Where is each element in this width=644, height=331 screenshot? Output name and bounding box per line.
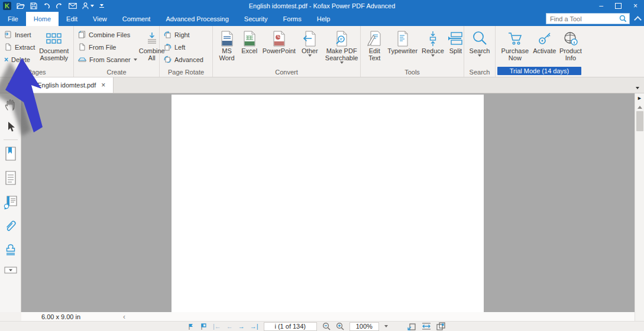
previous-view-icon[interactable]: [187, 323, 195, 330]
minimize-button[interactable]: –: [593, 0, 610, 12]
menu-bar: File Home Edit View Comment Advanced Pro…: [0, 12, 644, 26]
combine-files-button[interactable]: Combine Files: [78, 30, 137, 39]
panel-options-button[interactable]: [4, 267, 17, 274]
product-info-button[interactable]: Product Info: [558, 26, 583, 61]
comments-panel-icon[interactable]: [4, 195, 18, 209]
fit-width-icon[interactable]: [422, 322, 431, 330]
menu-home[interactable]: Home: [26, 12, 59, 26]
maximize-button[interactable]: [610, 0, 627, 12]
panel-expand-icon[interactable]: ►: [637, 93, 642, 103]
toolstrip-divider: [4, 139, 18, 140]
rotate-right-button[interactable]: Right: [164, 30, 203, 39]
globe-info-icon: [563, 30, 578, 47]
menu-comment[interactable]: Comment: [115, 12, 158, 26]
trial-mode-badge: Trial Mode (14 days): [497, 67, 581, 75]
attachments-panel-icon[interactable]: [4, 219, 17, 232]
group-label-page-rotate: Page Rotate: [160, 69, 212, 76]
insert-label: Insert: [15, 31, 31, 38]
document-canvas[interactable]: [21, 93, 635, 312]
powerpoint-label: PowerPoint: [263, 47, 296, 54]
quick-access-toolbar: K: [0, 2, 104, 10]
vertical-scrollbar[interactable]: ►: [635, 93, 644, 322]
zoom-level-box[interactable]: 100%: [349, 322, 379, 331]
menu-advanced-processing[interactable]: Advanced Processing: [158, 12, 236, 26]
document-assembly-button[interactable]: Document Assembly: [37, 26, 71, 61]
next-view-icon[interactable]: [200, 323, 208, 330]
reduce-label: Reduce: [422, 47, 444, 54]
insert-button[interactable]: Insert: [4, 30, 35, 39]
next-page-button[interactable]: →: [238, 323, 245, 330]
open-file-icon[interactable]: [17, 2, 25, 9]
page-size-indicator: 6.00 x 9.00 in: [21, 313, 101, 320]
delete-label: Delete: [11, 56, 30, 63]
collapse-ribbon-icon[interactable]: [635, 15, 640, 22]
customize-qat-icon[interactable]: [99, 4, 104, 8]
tab-list-caret-icon[interactable]: [636, 83, 639, 90]
from-file-button[interactable]: From File: [78, 43, 137, 51]
tab-english-idomtest[interactable]: English idomtest.pdf ×: [29, 77, 114, 93]
undo-icon[interactable]: [43, 3, 50, 9]
caret-down-icon: [478, 54, 481, 57]
rotate-left-button[interactable]: Left: [164, 43, 203, 51]
menu-file[interactable]: File: [0, 12, 26, 26]
scrollbar-thumb[interactable]: [636, 111, 643, 131]
assistant-menu[interactable]: [82, 2, 94, 9]
tab-start[interactable]: Start: [0, 77, 29, 93]
key-icon: [538, 30, 552, 47]
ms-word-label: MS Word: [216, 47, 237, 61]
page-number-box[interactable]: i (1 of 134): [264, 322, 317, 331]
group-label-search: Search: [464, 69, 495, 76]
extract-button[interactable]: Extract: [4, 43, 35, 51]
bookmarks-panel-icon[interactable]: [5, 147, 17, 161]
stamps-panel-icon[interactable]: [4, 242, 17, 257]
previous-page-button[interactable]: ←: [226, 323, 233, 330]
actual-size-icon[interactable]: [407, 322, 416, 330]
search-button[interactable]: Search: [466, 26, 493, 57]
excel-button[interactable]: Excel: [240, 26, 259, 54]
zoom-caret-icon[interactable]: [384, 325, 388, 327]
select-tool-icon[interactable]: [6, 121, 15, 133]
redo-icon[interactable]: [56, 3, 63, 9]
edit-text-button[interactable]: Edit Text: [365, 26, 383, 61]
group-label-tools: Tools: [361, 69, 464, 76]
activate-button[interactable]: Activate: [532, 26, 557, 54]
search-icon[interactable]: [619, 15, 627, 22]
menu-view[interactable]: View: [85, 12, 115, 26]
first-page-button[interactable]: |←: [213, 323, 221, 330]
split-button[interactable]: Split: [448, 26, 464, 54]
zoom-out-icon[interactable]: [322, 322, 331, 330]
caret-down-icon: [100, 4, 103, 7]
ms-word-button[interactable]: MS Word: [216, 26, 237, 61]
mail-icon[interactable]: [69, 3, 77, 9]
reduce-icon: [428, 30, 438, 47]
pages-panel-icon[interactable]: [5, 171, 17, 185]
find-a-tool-input[interactable]: [549, 15, 619, 23]
purchase-now-button[interactable]: Purchase Now: [499, 26, 531, 61]
pdf-page[interactable]: [171, 95, 484, 312]
scroll-left-icon[interactable]: ‹: [123, 313, 125, 321]
from-file-label: From File: [89, 44, 116, 51]
menu-help[interactable]: Help: [309, 12, 338, 26]
make-pdf-searchable-button[interactable]: Make PDF Searchable: [323, 26, 360, 64]
powerpoint-button[interactable]: PowerPoint: [261, 26, 296, 54]
page-view-icon[interactable]: [436, 322, 445, 330]
rotate-advanced-button[interactable]: Advanced: [164, 55, 203, 64]
maximize-icon: [615, 3, 622, 9]
product-info-label: Product Info: [558, 47, 583, 61]
last-page-button[interactable]: →|: [250, 323, 258, 330]
convert-other-button[interactable]: Other: [299, 26, 321, 57]
menu-security[interactable]: Security: [237, 12, 276, 26]
menu-forms[interactable]: Forms: [276, 12, 309, 26]
save-icon[interactable]: [30, 2, 37, 9]
reduce-button[interactable]: Reduce: [422, 26, 444, 57]
typewriter-button[interactable]: Typewriter: [387, 26, 418, 54]
zoom-in-icon[interactable]: [336, 322, 344, 330]
hand-tool-icon[interactable]: [4, 98, 17, 111]
scroll-up-icon[interactable]: [637, 106, 642, 109]
from-scanner-button[interactable]: From Scanner: [78, 55, 137, 64]
close-button[interactable]: ×: [627, 0, 644, 12]
delete-button[interactable]: × Delete: [4, 55, 35, 64]
rotate-advanced-label: Advanced: [174, 56, 203, 63]
tab-close-icon[interactable]: ×: [101, 81, 105, 89]
menu-edit[interactable]: Edit: [59, 12, 85, 26]
